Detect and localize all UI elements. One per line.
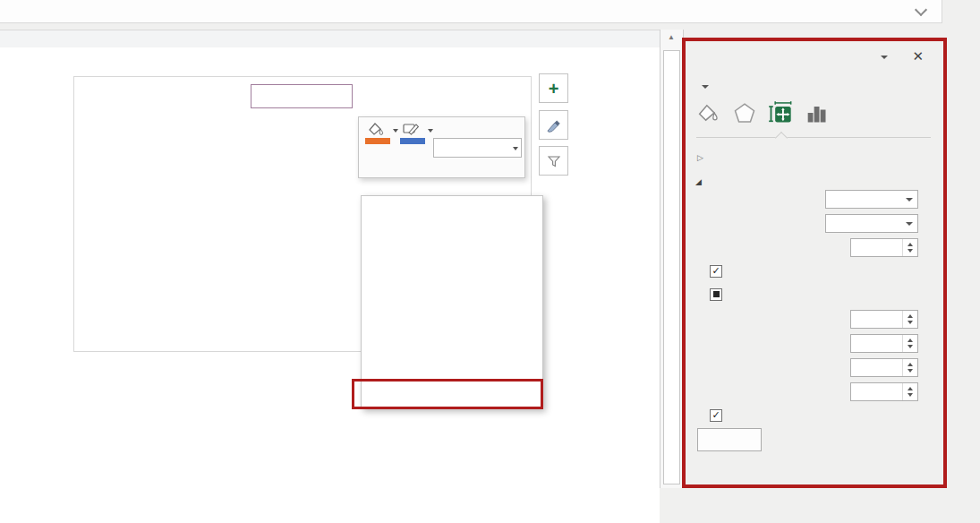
- scroll-up-arrow-icon[interactable]: ▲: [660, 33, 682, 41]
- chart-title[interactable]: [251, 84, 353, 108]
- column-header-row: [0, 30, 660, 48]
- outline-color-swatch[interactable]: [400, 138, 425, 144]
- vertical-alignment-dropdown[interactable]: [825, 190, 918, 209]
- wrap-text-checkbox[interactable]: ✓: [710, 409, 722, 422]
- chart-filters-button[interactable]: [539, 146, 568, 176]
- chart-styles-brush-icon: [546, 117, 562, 133]
- selected-tab-notch: [775, 132, 788, 144]
- vertical-scrollbar[interactable]: ▲: [660, 30, 684, 488]
- chart-styles-button[interactable]: [539, 110, 568, 140]
- effects-icon[interactable]: [732, 100, 759, 127]
- mini-toolbar: [358, 116, 525, 178]
- fill-line-icon[interactable]: [695, 100, 722, 127]
- allow-overflow-checkbox[interactable]: [710, 288, 722, 301]
- outline-dropdown-caret-icon[interactable]: [428, 129, 433, 133]
- formula-bar-strip: [0, 0, 942, 23]
- columns-button[interactable]: [697, 428, 762, 451]
- triangle-expanded-icon: ◢: [695, 177, 702, 186]
- chart-element-selector[interactable]: [433, 138, 522, 158]
- top-margin-spinner[interactable]: [850, 358, 918, 377]
- close-icon[interactable]: ✕: [912, 48, 924, 64]
- chart-elements-button[interactable]: +: [539, 73, 568, 103]
- left-margin-spinner[interactable]: [850, 310, 918, 329]
- chevron-down-icon: [906, 198, 913, 201]
- bottom-margin-spinner[interactable]: [850, 382, 918, 401]
- context-menu: [361, 195, 543, 409]
- spin-down-icon[interactable]: [908, 249, 913, 253]
- chevron-down-icon: [513, 147, 518, 150]
- divider: [696, 137, 931, 138]
- text-direction-dropdown[interactable]: [825, 214, 918, 233]
- label-options-icon[interactable]: [804, 100, 831, 127]
- chevron-down-icon: [702, 85, 709, 89]
- section-size[interactable]: ▷: [697, 148, 707, 164]
- outline-pencil-icon: [402, 122, 422, 137]
- chevron-down-icon: [906, 222, 913, 226]
- section-alignment[interactable]: ◢: [695, 172, 705, 188]
- chevron-down-icon[interactable]: [915, 4, 927, 16]
- scrollbar-thumb[interactable]: [663, 50, 680, 484]
- triangle-collapsed-icon: ▷: [697, 153, 703, 162]
- size-properties-icon[interactable]: [768, 100, 795, 127]
- fill-color-swatch[interactable]: [365, 138, 390, 144]
- paint-bucket-icon: [367, 122, 387, 137]
- chart-filters-funnel-icon: [546, 153, 562, 169]
- resize-shape-checkbox[interactable]: ✓: [710, 265, 722, 278]
- right-margin-spinner[interactable]: [850, 334, 918, 353]
- pane-options-caret-icon[interactable]: [881, 56, 888, 59]
- chart-elements-plus-icon: +: [549, 80, 559, 98]
- custom-angle-spinner[interactable]: [850, 238, 918, 257]
- tab-label-options[interactable]: [697, 79, 709, 91]
- format-data-labels-pane: ✕: [686, 41, 943, 484]
- fill-dropdown-caret-icon[interactable]: [393, 129, 398, 133]
- spin-up-icon[interactable]: [908, 243, 913, 246]
- excel-window: ▲ +: [0, 0, 980, 523]
